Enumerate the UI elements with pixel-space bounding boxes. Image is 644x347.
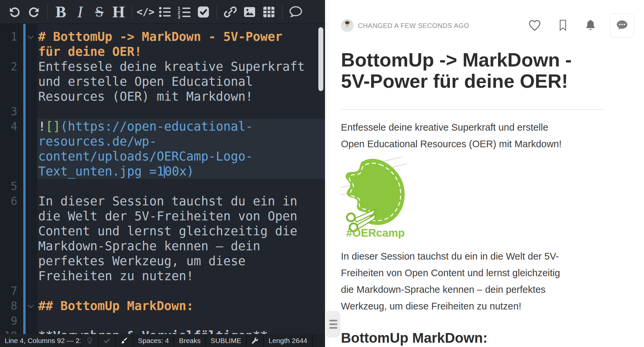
code-button[interactable]: </>: [137, 3, 154, 21]
editor-gutter: [0, 224, 37, 239]
code-segment: # BottomUp -> MarkDown - 5V-Power: [38, 30, 282, 44]
italic-button[interactable]: I: [71, 3, 89, 21]
editor-gutter: 2: [0, 59, 37, 74]
link-button[interactable]: [222, 3, 239, 21]
wrench-icon[interactable]: [247, 334, 264, 347]
checklist-button[interactable]: [195, 3, 212, 21]
bookmark-button[interactable]: [557, 19, 569, 33]
editor-line: 5: [0, 179, 325, 194]
code-line[interactable]: Resources (OER) mit Markdown!: [37, 89, 325, 104]
code-line[interactable]: Entfessele deine kreative Superkraft: [37, 59, 325, 74]
code-line[interactable]: Content und lernst gleichzeitig die: [37, 224, 325, 239]
ordered-list-button[interactable]: 123: [175, 3, 193, 21]
code-line[interactable]: [37, 179, 325, 194]
code-line[interactable]: perfektes Werkzeug, um diese: [37, 254, 325, 269]
code-line[interactable]: [37, 313, 325, 328]
code-line[interactable]: und erstelle Open Educational: [37, 74, 325, 89]
svg-text:3: 3: [178, 14, 180, 19]
line-number: 5: [0, 179, 17, 194]
code-line[interactable]: Markdown-Sprache kennen – dein: [37, 239, 325, 254]
avatar[interactable]: [341, 19, 354, 32]
heading-button[interactable]: H: [110, 3, 127, 21]
toolbar-group: [3, 3, 45, 21]
preview-content: CHANGED A FEW SECONDS AGO: [330, 0, 644, 347]
code-line[interactable]: Text_unten.jpg =100x): [37, 164, 325, 179]
toolbar-group: [219, 3, 280, 21]
preview-header: CHANGED A FEW SECONDS AGO: [341, 13, 634, 38]
code-line[interactable]: # BottomUp -> MarkDown - 5V-Power: [37, 29, 325, 44]
code-segment: Resources (OER) mit Markdown!: [38, 89, 253, 104]
code-line[interactable]: ## BottomUp MarkDown:: [37, 298, 325, 313]
toolbar-group: </>123: [134, 3, 215, 21]
editor-gutter: 10: [0, 328, 37, 334]
redo-button[interactable]: [25, 3, 43, 21]
code-segment: Content und lernst gleichzeitig die: [38, 224, 297, 238]
heart-icon: [528, 18, 542, 33]
code-segment: perfektes Werkzeug, um diese: [38, 254, 246, 268]
line-number: 9: [0, 313, 17, 328]
bookmark-icon: [557, 19, 569, 33]
code-segment: !: [38, 119, 46, 134]
title-divider: [341, 109, 605, 110]
keymap-setting[interactable]: SUBLIME: [206, 334, 247, 347]
bold-icon: B: [55, 4, 66, 20]
title-line: 5V-Power für deine OER!: [341, 70, 605, 92]
line-number: 10: [0, 328, 17, 334]
bold-button[interactable]: B: [52, 3, 69, 21]
comment-button[interactable]: [287, 3, 304, 21]
code-line[interactable]: ![](https://open-educational-: [37, 119, 325, 134]
line-number: 4: [0, 119, 17, 134]
italic-icon: I: [77, 4, 83, 20]
code-line[interactable]: In dieser Session tauchst du ein in: [37, 194, 325, 209]
editor-line: und erstelle Open Educational: [0, 74, 325, 89]
brush-icon[interactable]: [116, 334, 133, 347]
line-number: 1: [0, 29, 17, 44]
paragraph-line: In dieser Session tauchst du ein in die …: [341, 248, 605, 265]
code-line[interactable]: [37, 104, 325, 119]
image-icon: [243, 5, 257, 19]
editor-gutter: [0, 164, 37, 179]
undo-icon: [8, 5, 22, 19]
ordered-list-icon: 123: [176, 5, 192, 19]
unordered-list-button[interactable]: [156, 3, 173, 21]
bell-icon: [584, 19, 597, 33]
undo-button[interactable]: [6, 3, 23, 21]
comments-button[interactable]: [610, 14, 634, 38]
spaces-setting[interactable]: Spaces: 4: [133, 334, 174, 347]
editor-line: Resources (OER) mit Markdown!: [0, 89, 325, 104]
fold-chevron-icon[interactable]: [28, 33, 34, 39]
fold-chevron-icon[interactable]: [28, 302, 34, 308]
code-segment: In dieser Session tauchst du ein in: [38, 194, 297, 208]
editor-line: 6In dieser Session tauchst du ein in: [0, 194, 325, 209]
split-drag-handle[interactable]: [326, 311, 340, 337]
lightbulb-icon[interactable]: [81, 334, 99, 347]
code-line[interactable]: Freiheiten zu nutzen!: [37, 269, 325, 284]
editor-line: Freiheiten zu nutzen!: [0, 269, 325, 284]
editor-line: für deine OER!: [0, 44, 325, 59]
line-number: 7: [0, 284, 17, 298]
notifications-button[interactable]: [584, 19, 597, 33]
code-line[interactable]: content/uploads/OERCamp-Logo-: [37, 149, 325, 164]
strikethrough-button[interactable]: S: [91, 3, 108, 21]
code-line[interactable]: die Welt der 5V-Freiheiten von Open: [37, 209, 325, 224]
code-line[interactable]: **Verwahren & Vervielfältigen**: [37, 328, 325, 334]
like-button[interactable]: [528, 18, 542, 33]
editor-line: Text_unten.jpg =100x): [0, 164, 325, 179]
editor-scrollbar-thumb[interactable]: [318, 27, 323, 91]
editor-line: die Welt der 5V-Freiheiten von Open: [0, 209, 325, 224]
last-changed-label: CHANGED A FEW SECONDS AGO: [358, 22, 469, 30]
check-icon[interactable]: [99, 334, 116, 347]
editor-line: Content und lernst gleichzeitig die: [0, 224, 325, 239]
table-button[interactable]: [260, 3, 277, 21]
handle-grip-line: [329, 323, 337, 325]
breaks-setting[interactable]: Breaks: [174, 334, 206, 347]
editor-gutter: 8: [0, 298, 37, 313]
editor-gutter: [0, 44, 37, 59]
code-line[interactable]: für deine OER!: [37, 44, 325, 59]
code-line[interactable]: resources.de/wp-: [37, 134, 325, 149]
code-line[interactable]: [37, 284, 325, 298]
editor-line: 9: [0, 313, 325, 328]
split-divider[interactable]: [325, 0, 330, 347]
image-button[interactable]: [241, 3, 258, 21]
editor[interactable]: 1# BottomUp -> MarkDown - 5V-Powerfür de…: [0, 24, 325, 334]
